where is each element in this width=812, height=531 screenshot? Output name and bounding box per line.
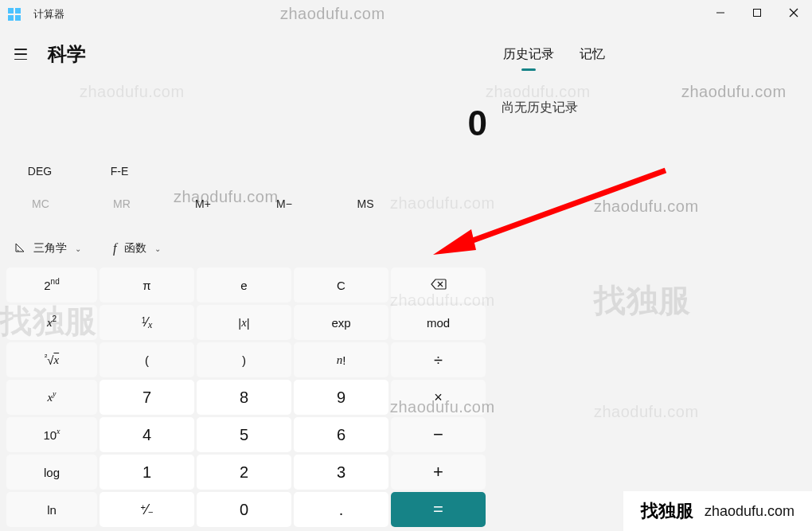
decimal-button[interactable]: .: [294, 492, 388, 527]
reciprocal-button[interactable]: 1⁄x: [100, 305, 194, 340]
digit-9-button[interactable]: 9: [294, 380, 388, 415]
function-dropdowns: 三角学 ⌄ f 函数 ⌄: [8, 232, 486, 264]
close-button[interactable]: [775, 0, 812, 25]
digit-6-button[interactable]: 6: [294, 417, 388, 452]
minimize-button[interactable]: [702, 0, 739, 25]
log-button[interactable]: log: [6, 455, 97, 490]
exp-button[interactable]: exp: [294, 305, 388, 340]
add-button[interactable]: +: [391, 455, 486, 490]
history-empty-message: 尚无历史记录: [502, 100, 804, 116]
function-label: 函数: [124, 241, 146, 256]
rparen-button[interactable]: ): [197, 342, 291, 377]
tab-history[interactable]: 历史记录: [502, 41, 556, 68]
sqrt-button[interactable]: ²√x: [6, 342, 97, 377]
watermark: zhaodufu.com: [80, 83, 185, 101]
watermark-brand: 找独服: [594, 279, 691, 322]
maximize-button[interactable]: [739, 0, 775, 25]
subtract-button[interactable]: −: [391, 417, 486, 452]
factorial-button[interactable]: n!: [294, 342, 388, 377]
mplus-button[interactable]: M+: [162, 188, 244, 220]
ln-button[interactable]: ln: [6, 492, 97, 527]
window-title: 计算器: [33, 7, 64, 21]
watermark: zhaodufu.com: [594, 403, 699, 421]
result-display: 0: [439, 103, 487, 143]
brand-en: zhaodufu.com: [705, 503, 794, 520]
multiply-button[interactable]: ×: [391, 380, 486, 415]
digit-4-button[interactable]: 4: [100, 417, 194, 452]
abs-button[interactable]: |x|: [197, 305, 291, 340]
backspace-icon: [431, 279, 447, 292]
equals-button[interactable]: =: [391, 492, 486, 527]
power-button[interactable]: xy: [6, 380, 97, 415]
pi-button[interactable]: π: [100, 267, 194, 303]
digit-3-button[interactable]: 3: [294, 455, 388, 490]
svg-rect-1: [754, 10, 761, 17]
function-icon: f: [113, 241, 116, 256]
mc-button[interactable]: MC: [0, 188, 81, 220]
mr-button[interactable]: MR: [81, 188, 162, 220]
square-button[interactable]: x2: [6, 305, 97, 340]
angle-icon: [14, 242, 25, 256]
watermark: zhaodufu.com: [594, 197, 699, 216]
function-dropdown[interactable]: f 函数 ⌄: [107, 238, 167, 259]
negate-button[interactable]: +⁄−: [100, 492, 194, 527]
second-button[interactable]: 2nd: [6, 267, 97, 303]
digit-0-button[interactable]: 0: [197, 492, 291, 527]
clear-button[interactable]: C: [294, 267, 388, 303]
brand-cn: 找独服: [641, 499, 693, 523]
right-panel: 历史记录 记忆 尚无历史记录: [502, 41, 804, 116]
keypad: 2nd π e C x2 1⁄x |x| exp mod ²√x ( ) n! …: [6, 267, 490, 527]
backspace-button[interactable]: [391, 267, 486, 303]
lparen-button[interactable]: (: [100, 342, 194, 377]
digit-1-button[interactable]: 1: [100, 455, 194, 490]
hamburger-icon[interactable]: [14, 46, 30, 62]
trig-dropdown[interactable]: 三角学 ⌄: [8, 238, 88, 259]
digit-5-button[interactable]: 5: [197, 417, 291, 452]
digit-8-button[interactable]: 8: [197, 380, 291, 415]
right-panel-tabs: 历史记录 记忆: [502, 41, 804, 68]
mode-title: 科学: [48, 41, 86, 67]
title-bar: 计算器: [0, 0, 812, 29]
digit-2-button[interactable]: 2: [197, 455, 291, 490]
deg-button[interactable]: DEG: [0, 156, 80, 186]
window-controls: [702, 0, 812, 25]
chevron-down-icon: ⌄: [154, 244, 161, 253]
tab-memory[interactable]: 记忆: [578, 41, 607, 68]
brand-box: 找独服 zhaodufu.com: [623, 491, 812, 531]
memory-row: MC MR M+ M− MS: [0, 188, 490, 220]
angle-mode-row: DEG F-E: [0, 156, 490, 186]
mminus-button[interactable]: M−: [244, 188, 325, 220]
divide-button[interactable]: ÷: [391, 342, 486, 377]
app-icon: [8, 8, 21, 21]
mod-button[interactable]: mod: [391, 305, 486, 340]
fe-button[interactable]: F-E: [80, 156, 159, 186]
e-button[interactable]: e: [197, 267, 291, 303]
ten-power-button[interactable]: 10x: [6, 417, 97, 452]
digit-7-button[interactable]: 7: [100, 380, 194, 415]
trig-label: 三角学: [33, 241, 67, 256]
ms-button[interactable]: MS: [325, 188, 406, 220]
chevron-down-icon: ⌄: [75, 244, 81, 253]
expression-display: [328, 80, 487, 94]
